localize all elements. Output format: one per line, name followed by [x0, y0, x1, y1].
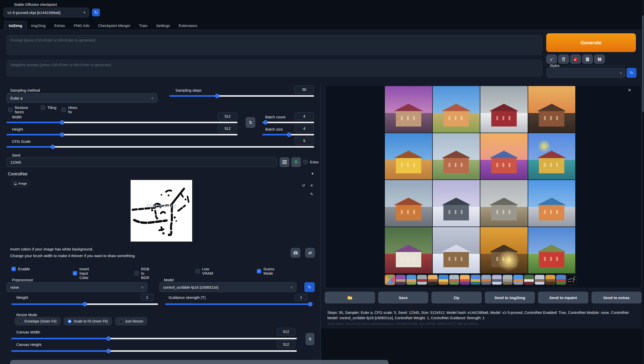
controlnet-drawing-canvas[interactable]: [131, 180, 192, 242]
thumbnail-image-6[interactable]: [449, 275, 459, 285]
canvas-height-input[interactable]: 512: [277, 341, 295, 348]
styles-dropdown[interactable]: ▾: [547, 68, 625, 78]
reuse-seed-button[interactable]: ♻: [291, 157, 301, 167]
thumbnail-image-2[interactable]: [406, 275, 416, 285]
weight-slider[interactable]: [11, 303, 158, 305]
page-scrollbar-thumb[interactable]: [642, 15, 644, 112]
apply-style-button[interactable]: [582, 54, 593, 64]
height-slider[interactable]: [7, 134, 237, 135]
controlnet-toggle-guess-mode[interactable]: ✓Guess Mode: [257, 267, 274, 275]
thumbnail-image-1[interactable]: [396, 275, 406, 285]
checkbox[interactable]: ✓: [11, 267, 16, 271]
save-style-button[interactable]: [594, 54, 605, 64]
send-to-inpaint-button[interactable]: Send to inpaint: [538, 292, 588, 303]
panel-divider[interactable]: [320, 84, 321, 364]
negative-prompt-input[interactable]: Negative prompt (press Ctrl+Enter or Alt…: [7, 60, 542, 76]
canvas-height-slider[interactable]: [11, 350, 297, 352]
tab-settings[interactable]: Settings: [152, 21, 174, 30]
gallery-image[interactable]: [528, 133, 576, 180]
canvas-brush-button[interactable]: ✎: [310, 192, 313, 197]
resize-mode-option-scale-to-fit-inner-fit-[interactable]: Scale to Fit (Inner Fit): [64, 317, 112, 325]
toggle-hires-fix[interactable]: Hires. fix: [62, 105, 78, 114]
model-dropdown[interactable]: control_scribble-fp16 [c508311e] ∨: [159, 282, 297, 292]
checkbox[interactable]: [41, 105, 45, 110]
checkbox[interactable]: ✓: [73, 271, 77, 275]
send-to-img2img-button[interactable]: Send to img2img: [485, 292, 535, 303]
thumbnail-image-15[interactable]: [545, 275, 555, 285]
guidance-strength-slider[interactable]: [165, 303, 310, 305]
script-section-partial[interactable]: [10, 360, 388, 364]
resize-mode-option-just-resize[interactable]: Just Resize: [115, 317, 147, 325]
radio-button[interactable]: [68, 319, 72, 323]
zip-button[interactable]: Zip: [431, 292, 482, 303]
thumbnail-image-11[interactable]: [502, 275, 513, 285]
weight-input[interactable]: 1: [141, 294, 153, 301]
thumbnail-image-3[interactable]: [417, 275, 427, 285]
controlnet-toggle-rgb-to-bgr[interactable]: RGB to BGR: [134, 267, 149, 280]
gallery-image[interactable]: [433, 86, 480, 133]
gallery-image[interactable]: [433, 133, 480, 180]
canvas-width-slider[interactable]: [11, 338, 297, 339]
thumbnail-image-7[interactable]: [460, 275, 470, 285]
thumbnail-image-9[interactable]: [481, 275, 491, 285]
gallery-image[interactable]: [480, 133, 528, 180]
extra-networks-button[interactable]: [570, 54, 581, 64]
tab-train[interactable]: Train: [135, 21, 152, 30]
gallery-image[interactable]: [385, 133, 432, 180]
gallery-image[interactable]: [385, 180, 432, 227]
thumbnail-image-13[interactable]: [524, 275, 534, 285]
mirror-webcam-button[interactable]: ⇄: [305, 248, 315, 258]
batch-size-input[interactable]: 4: [295, 125, 314, 132]
toggle-tiling[interactable]: Tiling: [41, 105, 56, 110]
gallery-image[interactable]: [433, 227, 480, 274]
tab-txt2img[interactable]: txt2img: [4, 21, 27, 30]
cfg-scale-slider[interactable]: [7, 146, 314, 148]
radio-button[interactable]: [19, 319, 22, 323]
styles-refresh-button[interactable]: ↻: [627, 68, 636, 78]
tab-img2img[interactable]: img2img: [27, 21, 50, 30]
tab-png-info[interactable]: PNG Info: [69, 21, 94, 30]
thumbnail-image-14[interactable]: [535, 275, 545, 285]
radio-button[interactable]: [119, 319, 123, 323]
save-button[interactable]: Save: [378, 292, 428, 303]
thumbnail-image-4[interactable]: [428, 275, 438, 285]
sampling-steps-input[interactable]: 50: [294, 86, 314, 94]
controlnet-toggle-low-vram[interactable]: Low VRAM: [195, 267, 213, 275]
gallery-image[interactable]: [480, 180, 528, 227]
gallery-image[interactable]: [433, 180, 480, 227]
sampling-steps-slider[interactable]: [170, 95, 314, 97]
prompt-input[interactable]: Prompt (press Ctrl+Enter or Alt+Enter to…: [7, 35, 542, 55]
checkbox[interactable]: [195, 269, 200, 273]
gallery-close-button[interactable]: ✕: [628, 88, 631, 93]
generate-button[interactable]: Generate: [546, 33, 636, 52]
gallery-image[interactable]: [528, 227, 576, 274]
thumbnail-scribble-map[interactable]: [567, 275, 577, 285]
gallery-image[interactable]: [480, 86, 528, 133]
sampling-method-dropdown[interactable]: Euler a ∨: [7, 93, 157, 103]
checkbox[interactable]: [8, 108, 12, 112]
canvas-clear-button[interactable]: ✕: [310, 183, 313, 188]
tab-extras[interactable]: Extras: [50, 21, 69, 30]
thumbnail-image-5[interactable]: [438, 275, 449, 285]
controlnet-toggle-invert-input-color[interactable]: ✓Invert Input Color: [73, 267, 89, 280]
gallery-image[interactable]: [480, 227, 528, 274]
open-folder-button[interactable]: [325, 292, 375, 303]
model-refresh-button[interactable]: ↻: [304, 282, 315, 292]
cfg-scale-input[interactable]: 5: [295, 137, 314, 145]
clear-prompt-button[interactable]: [558, 54, 569, 64]
checkpoint-refresh-button[interactable]: ↻: [92, 9, 100, 16]
batch-count-input[interactable]: 4: [295, 113, 314, 120]
batch-count-slider[interactable]: [262, 122, 314, 123]
toggle-restore-faces[interactable]: Restore faces: [8, 105, 28, 114]
seed-extra-toggle[interactable]: Extra: [303, 160, 318, 164]
thumbnail-image-12[interactable]: [513, 275, 523, 285]
controlnet-image-tab[interactable]: Image: [11, 180, 30, 187]
swap-width-height-button[interactable]: ⇅: [246, 117, 255, 128]
resize-mode-option-envelope-outer-fit-[interactable]: Envelope (Outer Fit): [15, 317, 60, 325]
extra-checkbox[interactable]: [303, 160, 308, 164]
canvas-width-input[interactable]: 512: [277, 328, 295, 335]
gallery-image[interactable]: [385, 227, 432, 274]
checkbox[interactable]: ✓: [257, 269, 261, 273]
checkpoint-dropdown[interactable]: v1-5-pruned.ckpt [e1441589a6] ▾: [4, 8, 89, 17]
thumbnail-image-16[interactable]: [556, 275, 566, 285]
